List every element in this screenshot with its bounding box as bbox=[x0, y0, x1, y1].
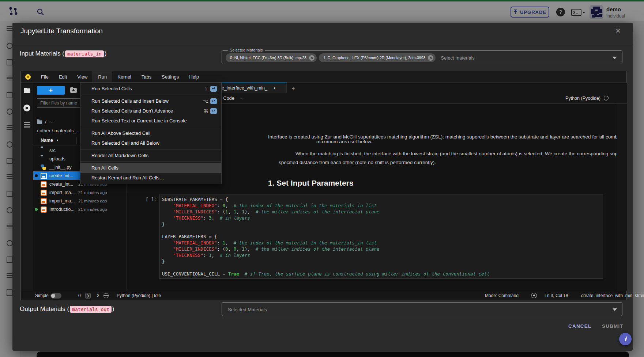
shortcut: ⌘↵ bbox=[204, 108, 217, 114]
menu-separator bbox=[80, 149, 221, 149]
code-editor[interactable]: SUBSTRATE_PARAMETERS = { "MATERIAL_INDEX… bbox=[162, 196, 490, 277]
output-dropdown-caret-icon[interactable] bbox=[613, 308, 617, 311]
kernel-name[interactable]: Python (Pyodide) bbox=[565, 96, 600, 101]
code-token: "MATERIAL_INDEX" bbox=[173, 240, 217, 246]
chip-remove-icon[interactable]: × bbox=[309, 55, 315, 61]
table-of-contents-tab-icon[interactable] bbox=[24, 122, 30, 123]
jupyter-menubar: FileEditViewRunKernelTabsSettingsHelp bbox=[21, 71, 626, 83]
breadcrumb-path[interactable]: / other / materials_… bbox=[37, 128, 81, 133]
run-menu-item[interactable]: Restart Kernel and Run All Cells… bbox=[80, 173, 221, 183]
command-key-icon: ⌘ bbox=[204, 108, 208, 114]
code-token: # the miller indices of the interfacial … bbox=[256, 209, 380, 214]
menubar-item-kernel[interactable]: Kernel bbox=[112, 71, 136, 82]
code-line: "MATERIAL_INDEX": 1, # the index of the … bbox=[162, 240, 490, 246]
code-token: } bbox=[162, 259, 165, 264]
menubar-item-edit[interactable]: Edit bbox=[54, 71, 72, 82]
code-line: "MILLER_INDICES": (1, 1, 1), # the mille… bbox=[162, 209, 490, 215]
run-menu-item[interactable]: Run Selected Text or Current Line in Con… bbox=[80, 116, 221, 126]
code-token: # in layers bbox=[220, 215, 250, 221]
run-menu-item[interactable]: Run Selected Cells⇧↵ bbox=[80, 84, 221, 94]
menubar-item-run[interactable]: Run bbox=[93, 71, 112, 82]
cancel-button[interactable]: CANCEL bbox=[566, 323, 594, 329]
chip-remove-icon[interactable]: × bbox=[428, 55, 433, 61]
kernel-status-icon[interactable] bbox=[604, 96, 609, 100]
select-materials-placeholder: Select materials bbox=[441, 55, 474, 61]
run-menu-item-label: Run Selected Cells and Don't Advance bbox=[91, 108, 173, 114]
enter-key-icon: ↵ bbox=[210, 108, 217, 114]
terminals-count[interactable]: 0 bbox=[78, 293, 81, 298]
notebook-file-icon bbox=[41, 206, 46, 212]
run-menu-item-label: Run Selected Cells bbox=[91, 86, 132, 91]
jupyter-activity-bar bbox=[21, 83, 34, 291]
code-token: , bbox=[225, 203, 234, 208]
code-token bbox=[162, 215, 173, 221]
statusbar-filename: create_interface_with_min_strain_zsl.ipy… bbox=[581, 293, 644, 298]
materials-dropdown-caret-icon[interactable] bbox=[613, 57, 617, 59]
code-token: : ( bbox=[217, 246, 226, 252]
menubar-item-view[interactable]: View bbox=[72, 71, 93, 82]
run-menu-item[interactable]: Run Selected Cells and Don't Advance⌘↵ bbox=[80, 106, 221, 116]
code-token bbox=[162, 209, 173, 214]
markdown-heading: 1. Set Input Parameters bbox=[268, 179, 353, 187]
kernel-sessions-icon[interactable] bbox=[103, 293, 109, 298]
shortcut: ⌥↵ bbox=[203, 98, 217, 104]
terminal-sessions-icon[interactable]: ❯ bbox=[85, 293, 91, 299]
running-sessions-tab-icon[interactable] bbox=[23, 105, 30, 111]
run-menu-item[interactable]: Run Selected Cell and All Below bbox=[80, 138, 221, 148]
run-menu-item-label: Restart Kernel and Run All Cells… bbox=[91, 175, 164, 181]
new-folder-icon[interactable] bbox=[70, 87, 77, 93]
info-fab-button[interactable]: i bbox=[619, 333, 632, 345]
file-row[interactable]: import_ma...21 minutes ago bbox=[33, 197, 127, 205]
menubar-item-file[interactable]: File bbox=[36, 71, 54, 82]
code-line: } bbox=[162, 258, 490, 265]
code-token: LAYER_PARAMETERS bbox=[162, 234, 209, 239]
run-menu-item-label: Run All Above Selected Cell bbox=[91, 130, 150, 136]
tab-dirty-indicator: ● bbox=[274, 86, 275, 90]
file-row[interactable]: import_ma...21 minutes ago bbox=[33, 188, 127, 197]
file-row[interactable]: Introductio...21 minutes ago bbox=[33, 205, 127, 213]
code-line: LAYER_PARAMETERS = { bbox=[162, 233, 490, 240]
menubar-item-settings[interactable]: Settings bbox=[157, 71, 184, 82]
file-browser-tab-icon[interactable] bbox=[23, 87, 31, 94]
close-icon[interactable]: × bbox=[613, 26, 623, 36]
simple-mode-toggle[interactable] bbox=[50, 293, 61, 299]
run-menu-item[interactable]: Run All Cells bbox=[80, 163, 221, 173]
python-file-icon bbox=[41, 164, 46, 170]
breadcrumb[interactable]: / ⋯ bbox=[37, 119, 54, 125]
code-token: "THICKNESS" bbox=[173, 252, 203, 258]
selected-materials-input[interactable]: Selected Materials 0: Ni, Nickel, FCC (F… bbox=[222, 50, 622, 64]
mode-indicator[interactable]: Mode: Command bbox=[485, 293, 519, 298]
code-token: 1 bbox=[242, 209, 245, 214]
notebook-file-icon bbox=[41, 198, 46, 204]
code-token: 3 bbox=[209, 215, 212, 221]
run-menu-item[interactable]: Run All Above Selected Cell bbox=[80, 128, 221, 138]
output-materials-input[interactable]: Selected Materials bbox=[222, 302, 622, 316]
code-token: } bbox=[162, 221, 165, 227]
new-launcher-button[interactable]: + bbox=[37, 86, 65, 95]
output-materials-label: Output Materials (materials_out) bbox=[20, 305, 114, 313]
accessibility-icon[interactable] bbox=[531, 293, 537, 298]
code-token bbox=[239, 271, 245, 277]
menubar-item-help[interactable]: Help bbox=[184, 71, 204, 82]
home-folder-icon[interactable] bbox=[37, 121, 42, 124]
run-menu-item[interactable]: Render All Markdown Cells bbox=[80, 151, 221, 160]
material-chip[interactable]: 0: Ni, Nickel, FCC (Fm-3m) 3D (Bulk), mp… bbox=[226, 53, 317, 62]
code-token bbox=[162, 246, 173, 252]
kernels-count[interactable]: 2 bbox=[97, 293, 99, 298]
code-line: "THICKNESS": 3, # in layers bbox=[162, 215, 490, 221]
material-chip[interactable]: 1: C, Graphene, HEX (P6/mmm) 2D (Monolay… bbox=[319, 53, 436, 62]
code-token: # in layers bbox=[220, 252, 250, 258]
run-menu-item[interactable]: Run Selected Cells and Insert Below⌥↵ bbox=[80, 96, 221, 106]
cell-type-select[interactable]: Code bbox=[223, 95, 234, 101]
code-token: # if True, the surface plane is construc… bbox=[245, 271, 490, 277]
code-token bbox=[162, 203, 173, 208]
code-token: 1 bbox=[225, 209, 228, 214]
menubar-item-tabs[interactable]: Tabs bbox=[136, 71, 157, 82]
code-token: 1 bbox=[223, 240, 226, 246]
submit-button[interactable]: SUBMIT bbox=[600, 323, 626, 329]
file-name: __init__.py bbox=[49, 165, 71, 170]
kernel-status-text[interactable]: Python (Pyodide) | Idle bbox=[117, 293, 161, 298]
new-tab-button[interactable]: + bbox=[290, 84, 297, 92]
file-modified: 21 minutes ago bbox=[78, 190, 107, 195]
cursor-position[interactable]: Ln 3, Col 18 bbox=[545, 293, 568, 298]
